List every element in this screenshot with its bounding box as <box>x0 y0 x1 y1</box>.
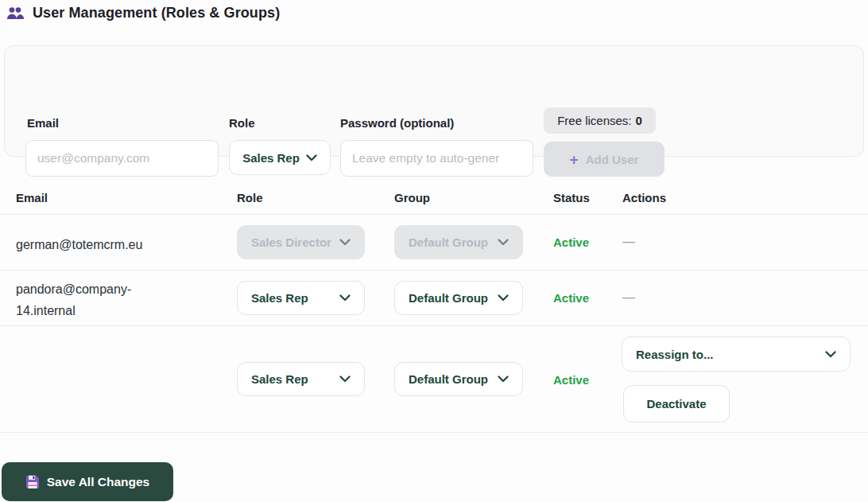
chevron-down-icon <box>825 351 836 358</box>
column-header-email: Email <box>16 191 48 204</box>
row-role-value: Sales Rep <box>251 372 308 386</box>
no-actions-dash: — <box>622 235 635 249</box>
users-icon <box>6 6 24 20</box>
free-licenses-label: Free licenses: <box>557 114 631 127</box>
user-management-page: User Management (Roles & Groups) Email R… <box>0 0 868 502</box>
deactivate-button[interactable]: Deactivate <box>623 385 730 422</box>
row-group-select[interactable]: Default Group <box>394 281 523 315</box>
chevron-down-icon <box>339 239 351 246</box>
password-input[interactable] <box>340 140 533 177</box>
password-label: Password (optional) <box>340 116 454 130</box>
column-header-group: Group <box>394 191 430 204</box>
row-role-value: Sales Rep <box>251 291 308 305</box>
save-all-changes-button[interactable]: Save All Changes <box>2 462 173 501</box>
add-user-card: Email Role Password (optional) Sales Rep… <box>4 45 864 157</box>
row-group-value: Default Group <box>409 235 488 249</box>
email-input[interactable] <box>25 140 219 177</box>
row-divider <box>0 214 868 215</box>
chevron-down-icon <box>339 376 351 383</box>
page-header: User Management (Roles & Groups) <box>6 5 280 21</box>
status-badge: Active <box>553 235 589 249</box>
free-licenses-value: 0 <box>636 114 642 127</box>
column-header-actions: Actions <box>622 191 666 204</box>
role-label: Role <box>229 116 255 130</box>
status-badge: Active <box>553 291 589 305</box>
reassign-select-value: Reassign to... <box>636 348 714 361</box>
row-group-select[interactable]: Default Group <box>394 362 523 396</box>
chevron-down-icon <box>498 294 509 302</box>
role-select[interactable]: Sales Rep <box>229 140 331 175</box>
role-select-value: Sales Rep <box>242 151 300 165</box>
status-badge: Active <box>553 373 589 387</box>
free-licenses-badge: Free licenses: 0 <box>544 107 656 134</box>
row-divider <box>0 325 868 326</box>
plus-icon: + <box>570 152 579 167</box>
chevron-down-icon <box>306 154 317 161</box>
row-role-value: Sales Director <box>251 235 331 249</box>
row-group-value: Default Group <box>409 372 488 386</box>
row-group-value: Default Group <box>409 291 488 305</box>
row-role-select[interactable]: Sales Rep <box>237 281 365 315</box>
email-label: Email <box>27 116 59 130</box>
floppy-disk-icon <box>25 475 40 489</box>
row-group-select: Default Group <box>394 225 523 259</box>
add-user-button[interactable]: + Add User <box>544 142 665 177</box>
row-divider <box>0 270 868 270</box>
row-divider <box>0 432 868 433</box>
no-actions-dash: — <box>622 290 635 305</box>
column-header-role: Role <box>237 191 263 204</box>
user-email: pandora@company-14.internal <box>16 278 171 321</box>
chevron-down-icon <box>498 376 509 383</box>
page-title: User Management (Roles & Groups) <box>33 5 280 21</box>
chevron-down-icon <box>498 239 509 246</box>
column-header-status: Status <box>553 191 590 204</box>
reassign-select[interactable]: Reassign to... <box>622 337 851 372</box>
save-all-changes-label: Save All Changes <box>47 475 150 489</box>
user-email: german@totemcrm.eu <box>16 234 171 255</box>
add-user-button-label: Add User <box>586 153 639 166</box>
row-role-select[interactable]: Sales Rep <box>237 362 365 396</box>
chevron-down-icon <box>339 294 351 302</box>
row-role-select: Sales Director <box>237 225 365 259</box>
